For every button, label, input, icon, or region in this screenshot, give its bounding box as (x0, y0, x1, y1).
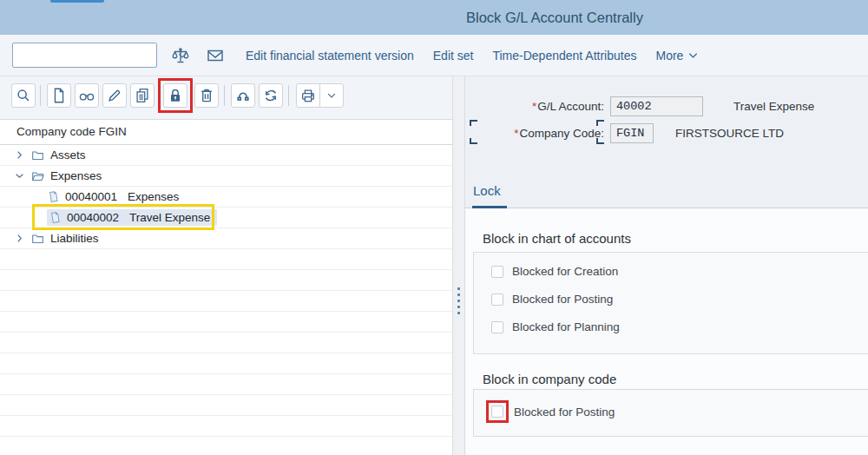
chevron-right-icon[interactable] (14, 149, 26, 161)
checkbox-label: Blocked for Planning (512, 320, 620, 333)
required-mark: * (514, 127, 518, 140)
chevron-right-icon[interactable] (14, 233, 26, 244)
account-name: Travel Expense (129, 211, 210, 224)
checkbox-row: Blocked for Posting (486, 400, 615, 423)
splitter-grip-icon (457, 287, 460, 314)
checkbox-label: Blocked for Creation (512, 265, 618, 278)
empty-row (0, 395, 452, 416)
detail-panel: *G/L Account: 40002 Travel Expense *Comp… (465, 76, 868, 455)
create-button[interactable] (47, 83, 71, 108)
search-button[interactable] (11, 83, 36, 108)
mail-icon (206, 46, 225, 65)
search-icon (15, 87, 32, 104)
checkbox-row: Blocked for Creation (491, 265, 618, 278)
folder-closed-icon (30, 231, 45, 246)
blocked-for-planning-checkbox[interactable] (491, 321, 503, 333)
copy-button[interactable] (130, 83, 155, 108)
company-blocked-for-posting-checkbox[interactable] (491, 406, 503, 418)
title-bar: Block G/L Account Centrally (0, 0, 868, 35)
group-chart-of-accounts: Blocked for Creation Blocked for Posting… (473, 252, 868, 354)
company-code-label: *Company Code: (465, 127, 604, 140)
empty-row (0, 353, 452, 374)
checkbox-label: Blocked for Posting (514, 406, 615, 419)
command-field[interactable] (12, 43, 157, 68)
printer-icon (299, 87, 317, 104)
focus-corner-icon (596, 138, 604, 144)
checkbox-row: Blocked for Posting (491, 293, 613, 306)
account-name: Expenses (128, 190, 179, 203)
unlink-icon (234, 87, 252, 104)
menu-link-edit-set[interactable]: Edit set (433, 49, 474, 63)
gl-account-field[interactable]: 40002 (610, 96, 703, 116)
panel-splitter[interactable] (452, 76, 465, 455)
menu-more-button[interactable]: More (655, 49, 699, 63)
empty-row (0, 291, 452, 312)
chevron-down-icon (326, 89, 338, 102)
mail-button[interactable] (204, 44, 227, 67)
section-title-chart-of-accounts: Block in chart of accounts (483, 231, 631, 246)
tree-leaf-00040001[interactable]: 00040001 Expenses (0, 187, 452, 208)
focus-corner-icon (470, 120, 477, 126)
account-number: 00040002 (67, 211, 119, 224)
tree-node-label: Assets (50, 148, 86, 162)
focus-corner-icon (596, 120, 604, 126)
empty-row (0, 249, 452, 270)
detail-header: *G/L Account: 40002 Travel Expense *Comp… (465, 76, 868, 174)
tree-node-liabilities[interactable]: Liabilities (0, 228, 452, 249)
print-options-button[interactable] (319, 83, 344, 108)
red-annotation-lock (158, 78, 193, 113)
block-lock-button[interactable] (163, 83, 187, 108)
blank-page-icon (50, 87, 68, 104)
unlink-button[interactable] (231, 83, 255, 108)
empty-row (0, 374, 452, 395)
tab-strip: Lock (465, 174, 868, 208)
tree-header: Company code FGIN (0, 120, 452, 145)
refresh-button[interactable] (259, 83, 283, 108)
empty-row (0, 416, 452, 437)
group-company-code: Blocked for Posting (473, 389, 868, 437)
toolbar-separator (40, 85, 41, 106)
lock-tab-content: Block in chart of accounts Blocked for C… (465, 208, 868, 455)
document-icon (46, 189, 61, 204)
delete-button[interactable] (194, 83, 219, 108)
command-input[interactable] (13, 43, 176, 67)
folder-open-icon (30, 168, 45, 183)
menu-bar: Edit financial statement version Edit se… (0, 35, 868, 76)
company-code-field[interactable]: FGIN (610, 123, 654, 143)
menu-link-edit-financial-statement-version[interactable]: Edit financial statement version (246, 49, 414, 63)
focus-corner-icon (470, 138, 477, 144)
chevron-down-icon[interactable] (176, 49, 188, 62)
pencil-icon (106, 87, 123, 104)
checkbox-row: Blocked for Planning (491, 320, 620, 333)
tree-node-assets[interactable]: Assets (0, 145, 452, 166)
empty-row (0, 437, 452, 455)
tree-toolbar (0, 76, 452, 120)
required-mark: * (532, 100, 536, 113)
accent-line (50, 0, 104, 3)
blocked-for-creation-checkbox[interactable] (491, 266, 503, 278)
print-button[interactable] (296, 83, 320, 108)
tree-leaf-00040002[interactable]: 00040002 Travel Expense (0, 208, 452, 228)
gl-account-description: Travel Expense (733, 100, 814, 113)
display-button[interactable] (75, 83, 99, 108)
toolbar-separator (288, 85, 289, 106)
copy-icon (134, 87, 151, 104)
more-label: More (655, 49, 683, 63)
blocked-for-posting-checkbox[interactable] (491, 293, 503, 306)
empty-row (0, 312, 452, 333)
edit-button[interactable] (102, 83, 127, 108)
lock-icon (167, 87, 184, 104)
chevron-down-icon[interactable] (14, 170, 26, 181)
account-number: 00040001 (65, 190, 117, 203)
gl-account-label: *G/L Account: (465, 100, 604, 113)
account-tree: Company code FGIN Assets (0, 120, 452, 455)
menu-link-time-dependent-attributes[interactable]: Time-Dependent Attributes (492, 49, 636, 63)
tab-lock[interactable]: Lock (473, 183, 501, 198)
page-title: Block G/L Account Centrally (466, 0, 643, 35)
empty-row (0, 333, 452, 353)
checkbox-label: Blocked for Posting (512, 293, 613, 306)
refresh-icon (262, 87, 279, 104)
toolbar-separator (224, 85, 225, 106)
tree-node-expenses[interactable]: Expenses (0, 166, 452, 187)
sap-window: Block G/L Account Centrally (0, 0, 868, 455)
